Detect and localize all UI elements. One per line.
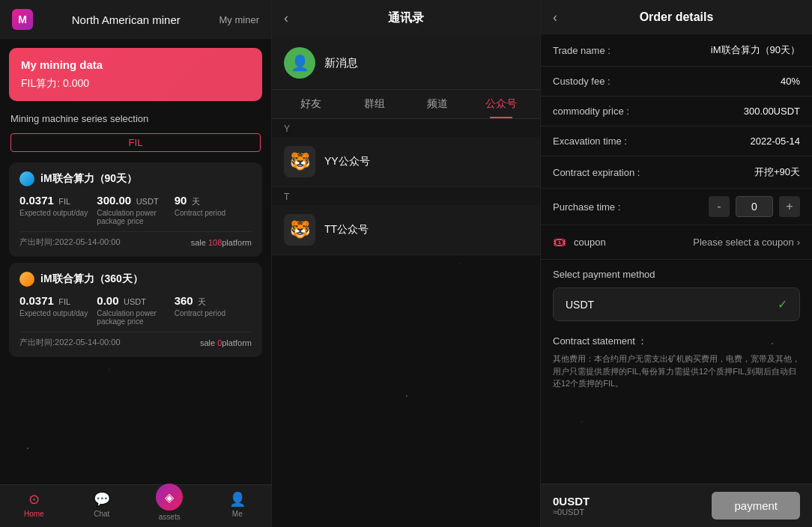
excavation-label: Excavation time : xyxy=(553,135,627,147)
chevron-right-icon: › xyxy=(797,237,800,248)
me-icon: 👤 xyxy=(229,491,246,508)
new-message-label: 新消息 xyxy=(324,56,358,70)
contract-text: 其他费用：本合约用户无需支出矿机购买费用，电费，宽带及其他，用户只需提供质押的F… xyxy=(553,353,800,390)
panel2-header: ‹ 通讯录 xyxy=(272,0,540,37)
purchase-time-label: Purchase time : xyxy=(553,201,620,213)
fil-filter-button[interactable]: FIL xyxy=(10,133,261,152)
order-title: Order details xyxy=(640,10,714,24)
assets-center-icon: ◈ xyxy=(156,484,183,511)
sale-info-360: sale 0platform xyxy=(200,338,252,347)
trade-name-label: Trade name : xyxy=(553,45,610,56)
sale-info-90: sale 108platform xyxy=(191,238,252,247)
panel3-header: ‹ Order details xyxy=(541,0,812,34)
chat-icon: 💬 xyxy=(94,491,110,508)
order-row-excavation: Excavation time : 2022-05-14 xyxy=(541,127,812,156)
total-usdt-value: 0USDT xyxy=(553,495,590,508)
tab-friends[interactable]: 好友 xyxy=(279,90,343,118)
custody-value: 40% xyxy=(781,76,800,87)
order-row-custody: Custody fee : 40% xyxy=(541,67,812,97)
contact-name-tt: TT公众号 xyxy=(324,223,369,237)
qty-plus-button[interactable]: + xyxy=(779,196,800,217)
order-row-price: commodity price : 300.00USDT xyxy=(541,97,812,127)
price-label: commodity price : xyxy=(553,106,629,117)
stat-price-360: 0.00 USDT Calculation power package pric… xyxy=(97,294,174,326)
total-approx-value: ≈0USDT xyxy=(553,508,590,517)
nav-chat[interactable]: 💬 Chat xyxy=(68,485,136,527)
coupon-label: coupon xyxy=(574,237,606,248)
tab-channels[interactable]: 频道 xyxy=(406,90,470,118)
fil-value: FIL算力: 0.000 xyxy=(21,77,250,91)
nav-home[interactable]: ⊙ Home xyxy=(0,485,68,527)
tab-public[interactable]: 公众号 xyxy=(470,90,533,118)
app-logo: M xyxy=(12,9,33,30)
contact-yy[interactable]: 🐯 YY公众号 xyxy=(272,137,540,187)
contract-title: Contract statement ： xyxy=(553,335,800,348)
qty-input[interactable] xyxy=(736,196,773,217)
trade-name-value: iM联合算力（90天） xyxy=(711,43,800,57)
app-title: North American miner xyxy=(72,13,181,26)
contact-name-yy: YY公众号 xyxy=(324,155,370,168)
stat-output-360: 0.0371 FIL Expected output/day xyxy=(19,294,97,326)
contacts-tab-bar: 好友 群组 频道 公众号 xyxy=(272,90,540,119)
series-title: Mining machine series selection xyxy=(0,110,271,130)
stat-period-90: 90 天 Contract period xyxy=(175,194,252,225)
stat-price-90: 300.00 USDT Calculation power package pr… xyxy=(97,194,174,225)
expiration-value: 开挖+90天 xyxy=(754,165,800,179)
nav-assets[interactable]: 👤 Me xyxy=(204,485,272,527)
order-row-trade-name: Trade name : iM联合算力（90天） xyxy=(541,34,812,67)
contact-avatar-yy: 🐯 xyxy=(284,146,315,177)
payment-button[interactable]: payment xyxy=(712,492,800,520)
nav-assets-center[interactable]: ◈ assets xyxy=(136,485,204,527)
payment-option-usdt[interactable]: USDT ✓ xyxy=(553,287,800,321)
section-letter-t: T xyxy=(272,187,540,205)
bottom-nav: ⊙ Home 💬 Chat ◈ assets 👤 Me xyxy=(0,484,271,527)
mining-card-title: My mining data xyxy=(21,58,250,71)
contract-section: Contract statement ： 其他费用：本合约用户无需支出矿机购买费… xyxy=(541,327,812,397)
panel-order: ‹ Order details Trade name : iM联合算力（90天）… xyxy=(541,0,812,527)
check-icon: ✓ xyxy=(778,297,787,311)
expiration-label: Contract expiration : xyxy=(553,167,640,178)
price-value: 300.00USDT xyxy=(744,106,800,117)
product-name-360: iM联合算力（360天） xyxy=(40,272,143,286)
panel-contacts: ‹ 通讯录 👤 新消息 好友 群组 频道 公众号 Y 🐯 YY公众号 T 🐯 T… xyxy=(271,0,541,527)
new-message-avatar: 👤 xyxy=(284,47,315,79)
section-letter-y: Y xyxy=(272,119,540,137)
product-date-360: 产出时间:2022-05-14-00:00 xyxy=(19,337,121,348)
order-back-button[interactable]: ‹ xyxy=(553,10,557,25)
order-footer: 0USDT ≈0USDT payment xyxy=(541,484,812,527)
contact-tt[interactable]: 🐯 TT公众号 xyxy=(272,205,540,255)
mining-data-card: My mining data FIL算力: 0.000 xyxy=(9,48,262,101)
stat-period-360: 360 天 Contract period xyxy=(175,294,252,326)
home-icon: ⊙ xyxy=(28,491,40,508)
coupon-placeholder: Please select a coupon xyxy=(693,237,793,248)
product-name-90: iM联合算力（90天） xyxy=(40,172,137,186)
tab-groups[interactable]: 群组 xyxy=(343,90,407,118)
stat-output-90: 0.0371 FIL Expected output/day xyxy=(19,194,97,225)
contacts-title: 通讯录 xyxy=(388,10,424,26)
panel-mining: M North American miner My miner My minin… xyxy=(0,0,271,527)
my-miner-link[interactable]: My miner xyxy=(219,14,259,25)
qty-minus-button[interactable]: - xyxy=(709,196,730,217)
new-message-row[interactable]: 👤 新消息 xyxy=(272,37,540,90)
order-content: Trade name : iM联合算力（90天） Custody fee : 4… xyxy=(541,34,812,484)
contact-avatar-tt: 🐯 xyxy=(284,214,315,246)
product-card-90[interactable]: iM联合算力（90天） 0.0371 FIL Expected output/d… xyxy=(9,162,262,257)
payment-name: USDT xyxy=(566,299,594,311)
panel1-header: M North American miner My miner xyxy=(0,0,271,39)
nav-me-label: Me xyxy=(232,510,243,518)
quantity-control: - + xyxy=(709,196,800,217)
product-card-360[interactable]: iM联合算力（360天） 0.0371 FIL Expected output/… xyxy=(9,263,262,357)
custody-label: Custody fee : xyxy=(553,76,610,87)
coupon-icon: 🎟 xyxy=(553,234,566,250)
back-button[interactable]: ‹ xyxy=(284,10,288,26)
order-row-expiration: Contract expiration : 开挖+90天 xyxy=(541,156,812,189)
nav-assets-label: assets xyxy=(159,513,181,521)
purchase-time-row: Purchase time : - + xyxy=(541,189,812,225)
coupon-select[interactable]: Please select a coupon › xyxy=(693,237,800,248)
payment-title: Select payment method xyxy=(553,269,800,280)
nav-chat-label: Chat xyxy=(94,510,109,518)
coupon-row[interactable]: 🎟 coupon Please select a coupon › xyxy=(541,225,812,260)
product-icon-360 xyxy=(19,272,34,287)
nav-home-label: Home xyxy=(24,510,44,518)
payment-section: Select payment method USDT ✓ xyxy=(541,260,812,327)
